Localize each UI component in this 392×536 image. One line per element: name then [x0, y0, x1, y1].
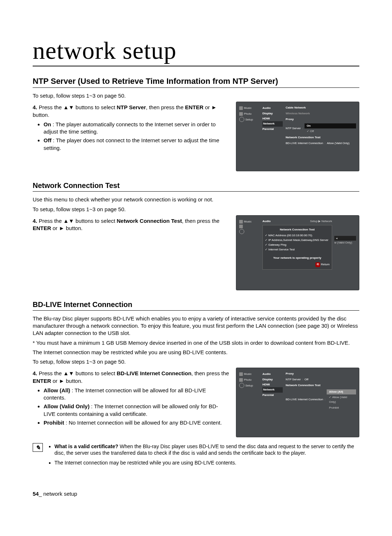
nct-row: 4. Press the ▲▼ buttons to select Networ… [33, 215, 359, 290]
page-number: 54 [33, 491, 39, 497]
bd-p2: * You must have a minimum 1 GB USB Memor… [33, 339, 359, 347]
osd-leftnav: Music [239, 219, 260, 275]
opt-desc: : No Internet connection will be allowed… [64, 420, 222, 426]
ntp-on: On : The player automatically connects t… [44, 121, 229, 136]
nct-text: 4. Press the ▲▼ buttons to select Networ… [33, 215, 229, 234]
bd-row: 4. Press the ▲▼ buttons to select BD-LIV… [33, 368, 359, 437]
heading-nct: Network Connection Test [33, 181, 359, 192]
heading-ntp-server: NTP Server (Used to Retrieve Time Inform… [33, 77, 359, 88]
footer-label: network setup [43, 491, 77, 497]
nct-screenshot: Music AudioSetup ▶ Network Network Conne… [236, 215, 359, 290]
osd-rightpane: Cable Network Wireless Network Proxy NTP… [286, 106, 356, 156]
step-number: 4. [33, 370, 37, 376]
mid-item: HDMI [262, 382, 283, 387]
note-item-1: What is a valid certificate? When the Bl… [54, 443, 359, 456]
mid-item: Display [262, 377, 283, 382]
osd-nct: Music AudioSetup ▶ Network Network Conne… [236, 215, 359, 290]
bd-screenshot: Music Photo Setup Audio Display HDMI Net… [236, 368, 359, 437]
side-val: w (Valid Only) [334, 241, 356, 245]
music-icon [239, 372, 243, 376]
nct-p1: Use this menu to check whether your netw… [33, 196, 359, 203]
row-label: NTP Server [286, 377, 301, 382]
dropdown-option: Prohibit [327, 405, 356, 411]
osd-rightpane: Proxy NTP Server:Off Network Connection … [286, 372, 356, 422]
mid-item-selected: Network [262, 121, 283, 126]
bd-prohibit: Prohibit : No Internet connection will b… [44, 419, 229, 426]
osd-ntp: Music Photo Setup Audio Display HDMI Net… [236, 102, 359, 171]
note-bold: What is a valid certificate? [54, 443, 118, 449]
mid-item-selected: Network [262, 387, 283, 392]
ntp-screenshot: Music Photo Setup Audio Display HDMI Net… [236, 102, 359, 171]
text-bold: NTP Server [117, 104, 146, 110]
test-line: ✓ IP Address,Subnet Mask,Gateway,DNS Ser… [265, 238, 330, 243]
ntp-row: 4. Press the ▲▼ buttons to select NTP Se… [33, 102, 359, 171]
dropdown-option-selected: On [305, 123, 356, 129]
row-label: Network Connection Test [286, 383, 320, 388]
text-bold: Network Connection Test [117, 218, 182, 224]
osd-bdlive: Music Photo Setup Audio Display HDMI Net… [236, 368, 359, 437]
heading-bdlive: BD-LIVE Internet Connection [33, 300, 359, 311]
bd-options-list: Allow (All) : The Internet connection wi… [33, 387, 229, 426]
bd-allow-valid: Allow (Valid Only) : The Internet connec… [44, 403, 229, 418]
text: , then press the [146, 104, 185, 110]
nav-item: Music [244, 372, 252, 377]
row-val: Off [305, 377, 309, 382]
osd-rightpane: AudioSetup ▶ Network Network Connection … [262, 219, 356, 275]
row-label: NTP Server [286, 126, 301, 131]
row-label: BD-LIVE Internet Connection [286, 397, 323, 402]
bd-p4: To setup, follow steps 1~3 on page 50. [33, 358, 359, 365]
photo-icon [239, 378, 243, 382]
dropdown-option: Off [310, 130, 314, 133]
opt-name: On [44, 121, 51, 127]
footer-sep: _ [39, 491, 44, 497]
text-bold: ENTER [185, 104, 204, 110]
gear-icon [239, 383, 244, 388]
music-icon [239, 220, 243, 224]
note-item-2: The Internet connection may be restricte… [54, 459, 359, 466]
photo-icon [239, 112, 243, 116]
nav-item: Photo [244, 111, 252, 116]
osd-leftnav: Music Photo Setup [239, 372, 260, 422]
row-label: Wireless Network [286, 111, 310, 116]
bd-p3: The Internet connection may be restricte… [33, 349, 359, 356]
corner-label: Setup ▶ Network [310, 219, 332, 224]
step-number: 4. [33, 104, 37, 110]
opt-desc: : The player does not connect to the Int… [44, 137, 219, 151]
text: , then press the [182, 218, 219, 224]
dropdown-option-selected: Allow (All) [327, 389, 356, 395]
mid-item: Parental [262, 127, 283, 132]
opt-name: Prohibit [44, 420, 64, 426]
photo-icon [239, 225, 243, 228]
mid-item: Parental [262, 393, 283, 398]
ntp-options-list: On : The player automatically connects t… [33, 121, 229, 152]
ntp-text: 4. Press the ▲▼ buttons to select NTP Se… [33, 102, 229, 153]
return-label: Return [321, 263, 330, 266]
bd-step4: 4. Press the ▲▼ buttons to select BD-LIV… [33, 370, 229, 385]
bd-text: 4. Press the ▲▼ buttons to select BD-LIV… [33, 368, 229, 428]
mid-item: HDMI [262, 116, 283, 121]
nav-item: Photo [244, 377, 252, 382]
gear-icon [239, 229, 244, 234]
nav-item: Music [244, 106, 252, 111]
nav-item: Music [244, 219, 252, 224]
nct-panel: Network Connection Test ✓ MAC Address (0… [262, 225, 332, 270]
page-title: network setup [33, 36, 359, 66]
test-line: ✓ Gateway Ping [265, 243, 330, 247]
test-line: ✓ MAC Address (00:10:18:00:00:70) [265, 233, 330, 238]
step-number: 4. [33, 218, 37, 224]
text: Press the ▲▼ buttons to select [37, 104, 117, 110]
osd-leftnav: Music Photo Setup [239, 106, 260, 156]
opt-name: Allow (Valid Only) [44, 403, 90, 409]
nav-item: Setup [245, 117, 253, 122]
row-val: Allow (Valid Only) [327, 141, 350, 146]
text-bold: BD-LIVE Internet Connection [117, 370, 191, 376]
nav-item: Setup [245, 383, 253, 388]
music-icon [239, 106, 243, 110]
page-footer: 54_ network setup [33, 491, 359, 497]
gear-icon [239, 117, 244, 122]
note-block: ✎ What is a valid certificate? When the … [33, 443, 359, 469]
text-bold: ENTER [33, 225, 51, 231]
text: Press the ▲▼ buttons to select [37, 370, 117, 376]
text: Press the ▲▼ buttons to select [37, 218, 117, 224]
row-label: Network Connection Test [286, 135, 320, 140]
